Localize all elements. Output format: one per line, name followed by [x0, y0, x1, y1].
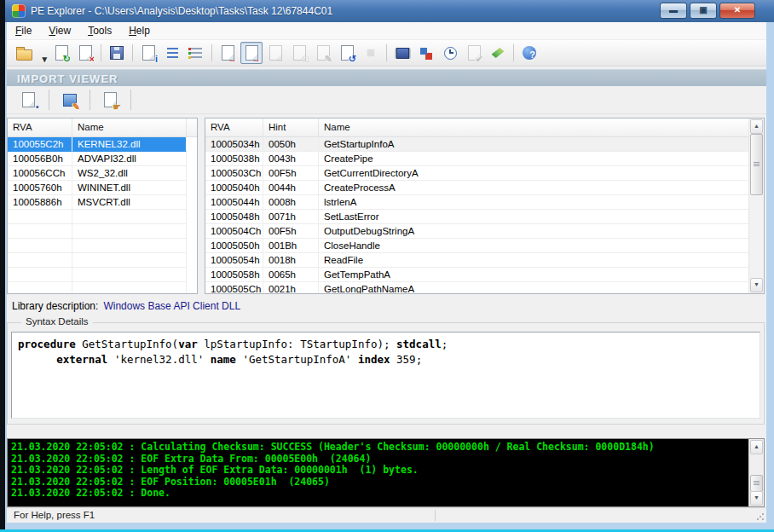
table-row[interactable]: 10005040h0044hCreateProcessA [205, 181, 764, 195]
import-properties-glyph-icon: ☛ [113, 102, 121, 112]
section-headers-button[interactable] [185, 42, 207, 64]
table-row[interactable]: 10005054h0018hReadFile [205, 253, 764, 268]
log-line: 21.03.2020 22:05:02 : EOF Position: 0000… [11, 477, 747, 489]
cell-name: SetLastError [319, 210, 764, 224]
minimize-button[interactable]: ▬ [660, 3, 687, 19]
close-button[interactable]: ✕ [719, 3, 755, 19]
reload-file-button[interactable]: ↻ [50, 42, 72, 64]
time-date-stamp-adjuster-button[interactable] [439, 42, 461, 64]
scroll-down-icon[interactable]: ▼ [750, 278, 763, 292]
table-row[interactable]: 1000504Ch00F5hOutputDebugStringA [205, 224, 764, 239]
open-file-icon [16, 49, 32, 61]
table-row[interactable]: 10005038h0043hCreatePipe [205, 152, 764, 166]
menu-help[interactable]: Help [120, 23, 159, 38]
column-header-rva[interactable]: RVA [205, 119, 263, 136]
list-scrollbar[interactable]: ▲▼ [748, 119, 764, 293]
open-file-dropdown-button[interactable]: ▾ [37, 42, 49, 64]
scroll-thumb[interactable] [750, 134, 763, 195]
cell-name: OutputDebugStringA [319, 224, 764, 239]
delay-import-viewer-button[interactable]: → [264, 42, 286, 64]
syntax-details-group: Syntax Details procedure GetStartupInfo(… [7, 322, 765, 425]
import-function-list-panel[interactable]: RVAHintName10005034h0050hGetStartupInfoA… [205, 118, 765, 294]
digital-signature-viewer-button[interactable]: ✔ [463, 42, 485, 64]
disassembler-button[interactable] [391, 42, 413, 64]
import-properties-button[interactable]: ☛ [98, 88, 123, 112]
headers-viewer-button[interactable] [161, 42, 183, 64]
subtoolbar-separator [90, 90, 90, 110]
toolbar-separator [211, 44, 212, 61]
table-row[interactable]: 1000503Ch00F5hGetCurrentDirectoryA [205, 166, 764, 181]
help-glyph-icon: ? [529, 50, 535, 60]
cell-f [187, 195, 197, 210]
save-file-icon [110, 46, 124, 60]
table-header: RVAHintName [205, 119, 764, 137]
dependency-scanner-button[interactable] [360, 42, 382, 64]
cell-rva: 10005050h [205, 239, 263, 253]
import-viewer-toolbar: ▪✎☛ [7, 86, 766, 114]
cell-empty [8, 224, 72, 239]
close-file-button[interactable]: × [74, 42, 96, 64]
dll-list-panel[interactable]: RVAName100055C2hKERNEL32.dll100056B0hADV… [7, 118, 198, 294]
table-row[interactable]: 100056B0hADVAPI32.dll [8, 152, 197, 166]
cell-empty [72, 239, 187, 253]
file-information-button[interactable]: i [137, 42, 159, 64]
console-scroll-thumb[interactable] [750, 475, 763, 492]
table-row[interactable]: 10005760hWININET.dll [8, 181, 197, 195]
table-row[interactable]: 10005050h001BhCloseHandle [205, 239, 764, 253]
scroll-up-icon[interactable]: ▲ [750, 119, 763, 134]
resource-viewer-button[interactable]: □ [288, 42, 310, 64]
cell-empty [187, 239, 197, 253]
table-row[interactable]: 10005058h0065hGetTempPathA [205, 268, 764, 282]
save-file-button[interactable] [106, 42, 128, 64]
resize-grip[interactable] [756, 512, 765, 521]
relocation-viewer-glyph-icon: ↺ [349, 55, 356, 64]
pe-file-cleaner-button[interactable] [487, 42, 509, 64]
table-row-empty [8, 224, 197, 239]
menu-tools[interactable]: Tools [79, 23, 120, 38]
relocation-viewer-button[interactable]: ↺ [336, 42, 358, 64]
console-scrollbar[interactable]: ▲ ▼ [748, 439, 764, 506]
cell-hint: 0043h [263, 152, 319, 166]
table-header: RVAName [8, 119, 197, 137]
save-import-list-icon [22, 92, 35, 107]
help-button[interactable]: ? [518, 42, 540, 64]
resource-editor-button[interactable]: ✎ [312, 42, 334, 64]
table-row[interactable]: 10005034h0050hGetStartupInfoA [205, 137, 764, 152]
edit-import-button[interactable]: ✎ [57, 88, 82, 112]
column-header-name[interactable]: Name [319, 119, 764, 136]
table-row[interactable]: 10005044h0008hlstrlenA [205, 195, 764, 210]
cell-name: GetStartupInfoA [319, 137, 764, 152]
maximize-button[interactable]: ▣ [690, 3, 717, 19]
cell-rva: 10005886h [8, 195, 72, 210]
import-viewer-button[interactable]: → [240, 42, 263, 64]
cell-name: MSVCRT.dll [72, 195, 187, 210]
cell-rva: 100055C2h [8, 137, 72, 152]
column-header-name[interactable]: Name [72, 119, 187, 136]
table-row[interactable]: 10005048h0071hSetLastError [205, 210, 764, 224]
title-bar[interactable]: PE Explorer - C:\Users\Analysis\Desktop\… [5, 0, 774, 22]
save-import-list-button[interactable]: ▪ [16, 88, 41, 112]
cell-hint: 0050h [263, 137, 319, 152]
table-row[interactable]: 100056CChWS2_32.dll [8, 166, 197, 181]
table-row-empty [8, 282, 197, 294]
table-row[interactable]: 100055C2hKERNEL32.dll [8, 137, 197, 152]
log-line: 21.03.2020 22:05:02 : Calculating Checks… [11, 442, 747, 454]
cell-empty [72, 210, 187, 224]
menu-view[interactable]: View [40, 23, 79, 38]
column-header-hint[interactable]: Hint [263, 119, 319, 136]
scroll-up-icon[interactable]: ▲ [750, 440, 763, 454]
table-row[interactable]: 1000505Ch0021hGetLongPathNameA [205, 282, 764, 294]
subtoolbar-separator [130, 90, 131, 110]
log-line: 21.03.2020 22:05:02 : EOF Extra Data Fro… [11, 454, 747, 466]
menu-file[interactable]: File [7, 23, 40, 38]
open-file-button[interactable] [13, 42, 35, 64]
scroll-down-icon[interactable]: ▼ [750, 491, 763, 506]
log-lines: 21.03.2020 22:05:02 : Calculating Checks… [11, 442, 747, 505]
column-header-rva[interactable]: RVA [8, 119, 72, 136]
cell-rva: 1000505Ch [205, 282, 263, 294]
cell-rva: 10005038h [205, 152, 263, 166]
table-row[interactable]: 10005886hMSVCRT.dll [8, 195, 197, 210]
name-list-viewer-button[interactable] [415, 42, 437, 64]
log-line: 21.03.2020 22:05:02 : Done. [11, 488, 747, 500]
export-viewer-button[interactable]: → [217, 42, 239, 64]
